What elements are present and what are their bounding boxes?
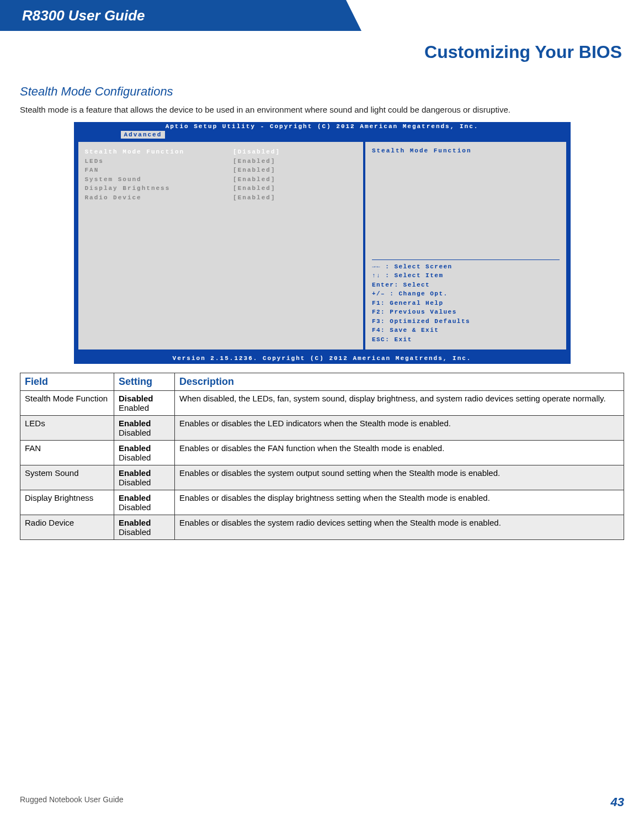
section-heading: Stealth Mode Configurations: [20, 84, 624, 99]
bios-help-line: →← : Select Screen: [372, 262, 560, 272]
cell-field: Stealth Mode Function: [20, 391, 114, 416]
bios-help-line: ESC: Exit: [372, 335, 560, 345]
th-description: Description: [175, 373, 624, 391]
bios-help-line: F1: General Help: [372, 299, 560, 308]
bios-top-bar: Aptio Setup Utility - Copyright (C) 2012…: [74, 122, 571, 131]
bios-setting-value: [Enabled]: [233, 166, 356, 175]
bios-help-line: F2: Previous Values: [372, 308, 560, 317]
bios-setting-label: System Sound: [85, 175, 233, 184]
bios-setting-row[interactable]: LEDs[Enabled]: [85, 157, 356, 166]
bios-setting-row[interactable]: Radio Device[Enabled]: [85, 193, 356, 203]
bios-setting-row[interactable]: FAN[Enabled]: [85, 166, 356, 175]
setting-default: Enabled: [119, 419, 170, 428]
bios-side-panel: Stealth Mode Function →← : Select Screen…: [364, 141, 567, 351]
page-title: Customizing Your BIOS: [0, 31, 644, 62]
bios-setting-value: [Enabled]: [233, 184, 356, 193]
cell-description: When disabled, the LEDs, fan, system sou…: [175, 391, 624, 416]
setting-default: Enabled: [119, 493, 170, 502]
cell-field: LEDs: [20, 416, 114, 441]
bios-setting-row[interactable]: Stealth Mode Function[Disabled]: [85, 147, 356, 157]
setting-default: Disabled: [119, 394, 170, 403]
cell-field: Radio Device: [20, 515, 114, 540]
page-footer: Rugged Notebook User Guide 43: [0, 795, 644, 809]
description-table: Field Setting Description Stealth Mode F…: [20, 373, 624, 540]
bios-setting-value: [Enabled]: [233, 175, 356, 184]
cell-setting: DisabledEnabled: [114, 391, 175, 416]
table-row: System SoundEnabledDisabledEnables or di…: [20, 465, 624, 490]
setting-default: Enabled: [119, 443, 170, 453]
bios-setting-value: [Enabled]: [233, 193, 356, 203]
bios-side-title: Stealth Mode Function: [372, 147, 560, 154]
page-number: 43: [611, 795, 624, 809]
footer-left: Rugged Notebook User Guide: [20, 795, 124, 809]
bios-setting-row[interactable]: System Sound[Enabled]: [85, 175, 356, 184]
setting-other: Disabled: [119, 428, 170, 437]
setting-other: Disabled: [119, 527, 170, 537]
setting-other: Disabled: [119, 478, 170, 487]
bios-help-lines: →← : Select Screen↑↓ : Select ItemEnter:…: [372, 262, 560, 345]
table-row: FANEnabledDisabledEnables or disables th…: [20, 441, 624, 465]
setting-default: Enabled: [119, 468, 170, 478]
bios-setting-value: [Disabled]: [233, 147, 356, 157]
cell-field: System Sound: [20, 465, 114, 490]
section-intro: Stealth mode is a feature that allows th…: [20, 104, 624, 115]
bios-help-line: Enter: Select: [372, 280, 560, 290]
bios-setting-row[interactable]: Display Brightness[Enabled]: [85, 184, 356, 193]
cell-setting: EnabledDisabled: [114, 490, 175, 515]
guide-title: R8300 User Guide: [22, 7, 145, 24]
cell-setting: EnabledDisabled: [114, 515, 175, 540]
header-bar: R8300 User Guide: [0, 0, 346, 31]
bios-help-line: ↑↓ : Select Item: [372, 271, 560, 280]
table-row: Stealth Mode FunctionDisabledEnabledWhen…: [20, 391, 624, 416]
cell-description: Enables or disables the display brightne…: [175, 490, 624, 515]
bios-help-line: +/– : Change Opt.: [372, 289, 560, 299]
cell-setting: EnabledDisabled: [114, 416, 175, 441]
bios-tab-advanced[interactable]: Advanced: [121, 131, 166, 139]
bios-setting-label: Display Brightness: [85, 184, 233, 193]
bios-setting-label: Stealth Mode Function: [85, 147, 233, 157]
bios-main-panel: Stealth Mode Function[Disabled]LEDs[Enab…: [77, 141, 364, 351]
bios-setting-label: Radio Device: [85, 193, 233, 203]
bios-footer: Version 2.15.1236. Copyright (C) 2012 Am…: [74, 354, 571, 364]
table-row: Radio DeviceEnabledDisabledEnables or di…: [20, 515, 624, 540]
th-setting: Setting: [114, 373, 175, 391]
bios-tab-row: Advanced: [74, 131, 571, 141]
cell-description: Enables or disables the system radio dev…: [175, 515, 624, 540]
bios-setting-value: [Enabled]: [233, 157, 356, 166]
setting-other: Disabled: [119, 453, 170, 462]
cell-description: Enables or disables the FAN function whe…: [175, 441, 624, 465]
cell-description: Enables or disables the LED indicators w…: [175, 416, 624, 441]
setting-default: Enabled: [119, 518, 170, 527]
table-row: Display BrightnessEnabledDisabledEnables…: [20, 490, 624, 515]
cell-setting: EnabledDisabled: [114, 441, 175, 465]
bios-help-line: F4: Save & Exit: [372, 326, 560, 335]
cell-description: Enables or disables the system output so…: [175, 465, 624, 490]
cell-field: Display Brightness: [20, 490, 114, 515]
bios-help-line: F3: Optimized Defaults: [372, 317, 560, 326]
cell-field: FAN: [20, 441, 114, 465]
bios-setting-label: LEDs: [85, 157, 233, 166]
bios-setting-label: FAN: [85, 166, 233, 175]
th-field: Field: [20, 373, 114, 391]
table-row: LEDsEnabledDisabledEnables or disables t…: [20, 416, 624, 441]
cell-setting: EnabledDisabled: [114, 465, 175, 490]
setting-other: Disabled: [119, 502, 170, 512]
bios-screenshot: Aptio Setup Utility - Copyright (C) 2012…: [74, 122, 571, 364]
setting-other: Enabled: [119, 403, 170, 412]
